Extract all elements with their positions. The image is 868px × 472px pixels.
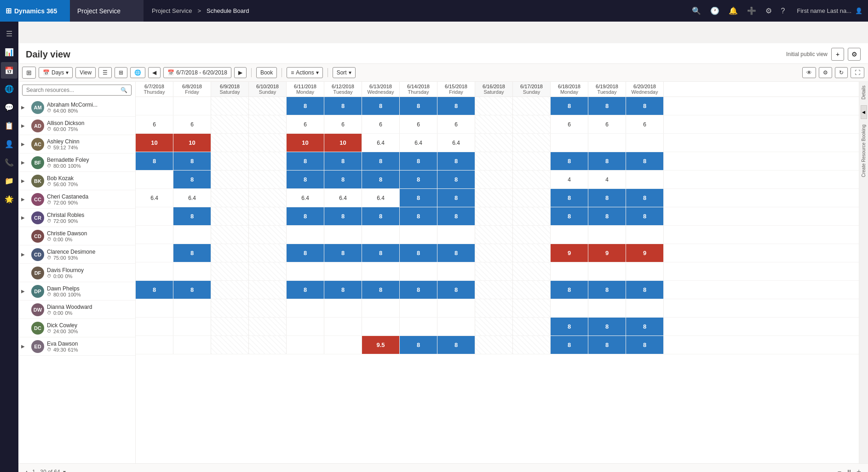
day-cell[interactable] [513,207,551,225]
day-cell[interactable]: 8 [551,281,588,299]
book-button[interactable]: Book [256,67,277,78]
day-cell[interactable]: 8 [400,189,437,207]
day-cell[interactable] [475,207,513,225]
resource-expand-icon[interactable]: ▶ [21,105,29,110]
day-cell[interactable] [437,262,475,280]
resource-row[interactable]: ▶ BK Bob Kozak ⏱ 56:00 70% [18,172,135,190]
resource-row[interactable]: ▶ AC Ashley Chinn ⏱ 59:12 74% [18,135,135,154]
day-cell[interactable]: 8 [324,281,362,299]
day-cell[interactable]: 8 [400,171,437,188]
day-cell[interactable] [437,226,475,244]
resource-row[interactable]: ▶ CR Christal Robles ⏱ 72:00 90% [18,209,135,227]
day-cell[interactable]: 9 [551,244,588,262]
day-cell[interactable] [136,97,173,115]
day-cell[interactable]: 8 [362,152,400,170]
day-cell[interactable]: 8 [437,207,475,225]
resource-expand-icon[interactable]: ▶ [21,123,29,128]
day-cell[interactable] [475,97,513,115]
day-cell[interactable] [287,299,324,317]
day-cell[interactable] [287,262,324,280]
day-cell[interactable]: 8 [588,336,626,354]
day-cell[interactable]: 8 [324,171,362,188]
day-cell[interactable] [324,318,362,336]
day-cell[interactable]: 8 [551,189,588,207]
day-cell[interactable]: 8 [173,171,211,188]
zoom-in-button[interactable]: ＋ [855,467,862,472]
day-cell[interactable] [173,318,211,336]
app-name[interactable]: Project Service [70,0,144,22]
day-cell[interactable]: 8 [437,97,475,115]
resource-expand-icon[interactable]: ▶ [21,215,29,220]
resource-expand-icon[interactable]: ▶ [21,289,29,294]
day-cell[interactable] [513,115,551,133]
day-cell[interactable]: 8 [400,336,437,354]
day-cell[interactable]: 6 [324,115,362,133]
day-cell[interactable] [513,281,551,299]
day-cell[interactable] [211,299,249,317]
day-cell[interactable] [551,299,588,317]
day-cell[interactable] [249,281,287,299]
resource-row[interactable]: DC Dick Cowley ⏱ 24:00 30% [18,319,135,337]
resource-row[interactable]: DF Davis Flournoy ⏱ 0:00 0% [18,264,135,282]
resource-expand-icon[interactable]: ▶ [21,178,29,183]
day-cell[interactable] [475,262,513,280]
day-cell[interactable] [400,226,437,244]
day-cell[interactable] [437,299,475,317]
sidebar-menu-item[interactable]: ☰ [1,25,17,42]
day-cell[interactable]: 8 [287,171,324,188]
day-cell[interactable]: 8 [588,97,626,115]
day-cell[interactable]: 9.5 [362,336,400,354]
day-cell[interactable] [249,244,287,262]
day-cell[interactable] [513,299,551,317]
day-cell[interactable]: 8 [362,207,400,225]
fullscreen-button[interactable]: ⛶ [851,67,864,78]
day-cell[interactable] [362,299,400,317]
refresh-settings-button[interactable]: ⚙ [819,67,832,78]
day-cell[interactable] [626,171,664,188]
day-cell[interactable]: 8 [551,97,588,115]
day-cell[interactable] [173,299,211,317]
actions-button[interactable]: ≡ Actions ▾ [287,67,322,78]
day-cell[interactable] [136,207,173,225]
day-cell[interactable] [475,318,513,336]
day-cell[interactable]: 8 [626,336,664,354]
day-cell[interactable]: 8 [362,97,400,115]
day-cell[interactable]: 8 [324,244,362,262]
day-cell[interactable]: 6.4 [324,189,362,207]
day-cell[interactable]: 8 [437,189,475,207]
day-cell[interactable] [136,318,173,336]
resource-row[interactable]: ▶ AD Allison Dickson ⏱ 60:00 75% [18,117,135,135]
sort-button[interactable]: Sort ▾ [333,67,356,78]
day-cell[interactable]: 8 [551,318,588,336]
day-cell[interactable]: 6.4 [136,189,173,207]
clock-icon[interactable]: 🕐 [707,4,722,18]
day-cell[interactable]: 8 [173,207,211,225]
day-cell[interactable] [588,262,626,280]
search-submit-button[interactable]: 🔍 [117,85,131,95]
day-cell[interactable]: 8 [551,152,588,170]
day-cell[interactable] [324,226,362,244]
sidebar-chat-item[interactable]: 💬 [1,99,17,115]
day-cell[interactable]: 8 [173,244,211,262]
day-cell[interactable]: 8 [362,171,400,188]
prev-button[interactable]: ◀ [148,67,161,78]
day-cell[interactable] [475,244,513,262]
day-cell[interactable]: 6 [173,115,211,133]
sidebar-star-item[interactable]: 🌟 [1,191,17,207]
day-cell[interactable] [136,171,173,188]
day-cell[interactable] [211,97,249,115]
right-panel-collapse-button[interactable]: ◀ [861,105,867,119]
resource-row[interactable]: ▶ ED Eva Dawson ⏱ 49:30 61% [18,337,135,356]
day-cell[interactable] [475,152,513,170]
day-cell[interactable] [400,262,437,280]
resource-expand-icon[interactable]: ▶ [21,142,29,147]
search-icon[interactable]: 🔍 [689,4,704,18]
day-cell[interactable]: 6.4 [287,189,324,207]
day-cell[interactable]: 8 [400,207,437,225]
list-view-button[interactable]: ☰ [98,67,112,78]
day-cell[interactable]: 8 [551,336,588,354]
day-cell[interactable] [324,299,362,317]
resource-row[interactable]: DW Dianna Woodward ⏱ 0:00 0% [18,301,135,319]
day-cell[interactable]: 8 [173,152,211,170]
day-cell[interactable] [211,207,249,225]
